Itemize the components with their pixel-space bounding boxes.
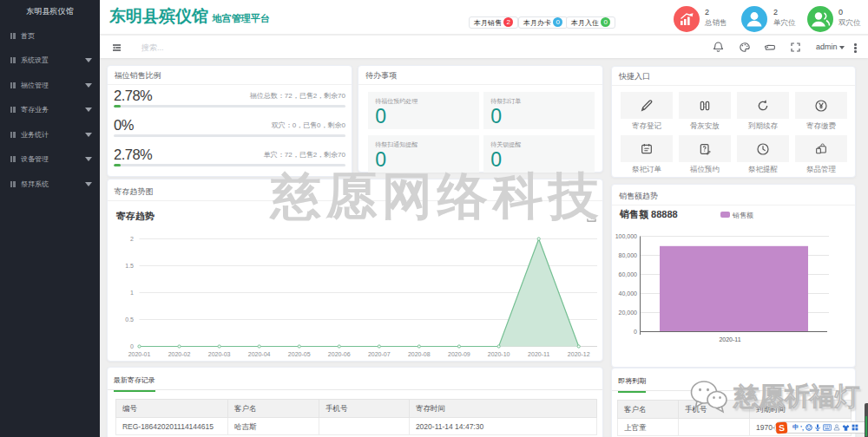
svg-text:80,000: 80,000 xyxy=(619,252,638,258)
svg-text:2020-07: 2020-07 xyxy=(368,351,391,357)
svg-text:40,000: 40,000 xyxy=(619,290,638,297)
svg-text:2020-10: 2020-10 xyxy=(488,351,510,357)
svg-text:1.5: 1.5 xyxy=(125,263,134,269)
svg-text:20,000: 20,000 xyxy=(619,310,638,316)
svg-text:1: 1 xyxy=(130,290,134,296)
svg-text:2020-11: 2020-11 xyxy=(528,351,549,357)
svg-text:2020-08: 2020-08 xyxy=(408,351,431,357)
svg-text:2020-05: 2020-05 xyxy=(288,351,311,357)
svg-text:2020-12: 2020-12 xyxy=(568,351,590,357)
svg-text:60,000: 60,000 xyxy=(619,271,638,277)
svg-text:2020-03: 2020-03 xyxy=(208,351,231,357)
svg-text:0: 0 xyxy=(634,329,637,335)
svg-text:2020-09: 2020-09 xyxy=(448,351,470,357)
svg-text:0.5: 0.5 xyxy=(125,316,134,323)
svg-text:2020-02: 2020-02 xyxy=(168,351,191,357)
svg-text:2020-06: 2020-06 xyxy=(328,351,351,357)
svg-text:0: 0 xyxy=(130,343,134,349)
svg-text:2020-04: 2020-04 xyxy=(248,351,271,357)
svg-text:2020-11: 2020-11 xyxy=(719,336,740,342)
svg-text:100,000: 100,000 xyxy=(615,233,637,239)
svg-text:2: 2 xyxy=(130,236,134,242)
svg-text:2020-01: 2020-01 xyxy=(128,351,151,357)
